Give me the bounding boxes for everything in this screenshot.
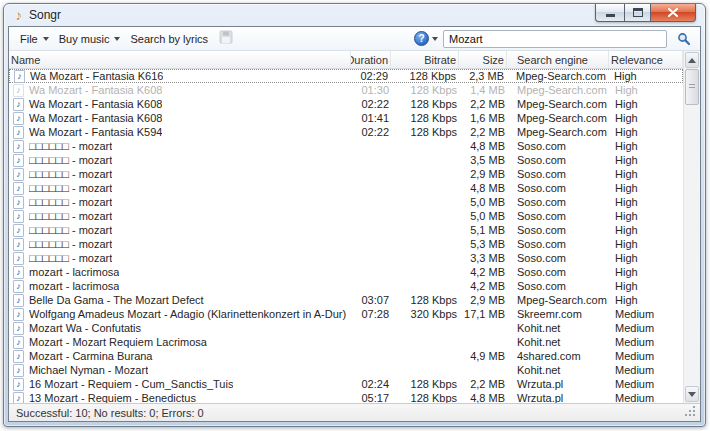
scrollbar-thumb[interactable]	[685, 69, 699, 105]
scrollbar-track[interactable]	[684, 105, 700, 385]
cell-name: ♪Mozart - Mozart Requiem Lacrimosa	[9, 336, 351, 349]
cell-relevance: Medium	[609, 392, 683, 403]
column-header-search-engine[interactable]: Search engine	[507, 51, 609, 68]
table-row[interactable]: ♪Michael Nyman - MozartKohit.netMedium	[9, 363, 683, 377]
table-row[interactable]: ♪Mozart Wa - ConfutatisKohit.netMedium	[9, 321, 683, 335]
column-header-bitrate[interactable]: Bitrate	[391, 51, 459, 68]
cell-relevance: High	[609, 126, 683, 138]
cell-name: ♪□□□□□□ - mozart	[9, 238, 351, 251]
cell-name: ♪□□□□□□ - mozart	[9, 252, 351, 265]
music-note-file-icon: ♪	[13, 84, 24, 97]
maximize-button[interactable]	[624, 4, 651, 22]
caption-buttons	[595, 4, 696, 22]
buy-music-label: Buy music	[59, 33, 110, 45]
resize-grip[interactable]	[685, 406, 697, 418]
window-title: Songr	[29, 8, 61, 22]
song-name: □□□□□□ - mozart	[29, 196, 112, 208]
table-row[interactable]: ♪Wolfgang Amadeus Mozart - Adagio (Klari…	[9, 307, 683, 321]
table-row[interactable]: ♪□□□□□□ - mozart4,8 MBSoso.comHigh	[9, 181, 683, 195]
title-bar[interactable]: ♪ Songr	[4, 4, 705, 26]
cell-engine: Soso.com	[507, 224, 609, 236]
song-name: Wa Mozart - Fantasia K594	[29, 126, 162, 138]
music-note-file-icon: ♪	[13, 378, 24, 391]
cell-relevance: High	[609, 196, 683, 208]
table-row[interactable]: ♪13 Mozart - Requiem - Benedictus05:1712…	[9, 391, 683, 403]
table-row[interactable]: ♪□□□□□□ - mozart3,5 MBSoso.comHigh	[9, 153, 683, 167]
table-row[interactable]: ♪□□□□□□ - mozart4,8 MBSoso.comHigh	[9, 139, 683, 153]
cell-duration: 01:30	[351, 84, 391, 96]
cell-size: 1,4 MB	[459, 84, 507, 96]
file-menu[interactable]: File	[15, 30, 54, 48]
table-row[interactable]: ♪mozart - lacrimosa4,2 MBSoso.comHigh	[9, 279, 683, 293]
cell-engine: Soso.com	[507, 266, 609, 278]
vertical-scrollbar[interactable]	[683, 51, 700, 403]
chevron-down-icon	[432, 37, 438, 41]
column-header-relevance[interactable]: Relevance	[609, 51, 683, 68]
music-note-file-icon: ♪	[13, 266, 24, 279]
cell-engine: Mpeg-Search.com	[507, 294, 609, 306]
cell-name: ♪16 Mozart - Requiem - Cum_Sanctis_Tuis	[9, 378, 351, 391]
cell-duration: 02:24	[351, 378, 391, 390]
cell-engine: Soso.com	[507, 252, 609, 264]
table-row[interactable]: ♪Mozart - Mozart Requiem LacrimosaKohit.…	[9, 335, 683, 349]
cell-relevance: Medium	[609, 322, 683, 334]
table-row[interactable]: ♪□□□□□□ - mozart2,9 MBSoso.comHigh	[9, 167, 683, 181]
table-row[interactable]: ♪□□□□□□ - mozart5,0 MBSoso.comHigh	[9, 209, 683, 223]
cell-name: ♪Wa Mozart - Fantasia K594	[9, 126, 351, 139]
client-area: File Buy music Search by lyrics ?	[8, 26, 701, 422]
table-row[interactable]: ♪Wa Mozart - Fantasia K59402:22128 Kbps2…	[9, 125, 683, 139]
song-name: Mozart Wa - Confutatis	[29, 322, 141, 334]
cell-engine: Soso.com	[507, 154, 609, 166]
cell-size: 4,2 MB	[459, 280, 507, 292]
magnifier-icon	[677, 32, 691, 46]
close-button[interactable]	[651, 4, 696, 22]
scroll-down-button[interactable]	[685, 386, 699, 402]
cell-name: ♪Wa Mozart - Fantasia K608	[9, 112, 351, 125]
table-row[interactable]: ♪Belle Da Gama - The Mozart Defect03:071…	[9, 293, 683, 307]
table-row[interactable]: ♪16 Mozart - Requiem - Cum_Sanctis_Tuis0…	[9, 377, 683, 391]
cell-size: 5,0 MB	[459, 196, 507, 208]
song-name: Wa Mozart - Fantasia K608	[29, 84, 162, 96]
cell-engine: Soso.com	[507, 238, 609, 250]
cell-name: ♪Wolfgang Amadeus Mozart - Adagio (Klari…	[9, 308, 351, 321]
cell-size: 2,2 MB	[459, 126, 507, 138]
status-bar: Successful: 10; No results: 0; Errors: 0	[9, 403, 700, 421]
buy-music-menu[interactable]: Buy music	[54, 30, 126, 48]
search-button[interactable]	[674, 30, 694, 48]
column-header-duration[interactable]: Duration	[351, 51, 391, 68]
cell-size: 4,8 MB	[459, 140, 507, 152]
arrow-up-icon	[688, 58, 696, 63]
cell-relevance: High	[609, 168, 683, 180]
song-name: □□□□□□ - mozart	[29, 224, 112, 236]
cell-name: ♪□□□□□□ - mozart	[9, 168, 351, 181]
cell-engine: Mpeg-Search.com	[507, 98, 609, 110]
cell-duration: 05:17	[351, 392, 391, 403]
cell-engine: Soso.com	[507, 182, 609, 194]
table-row[interactable]: ♪□□□□□□ - mozart5,3 MBSoso.comHigh	[9, 237, 683, 251]
close-icon	[668, 8, 678, 17]
search-by-lyrics-button[interactable]: Search by lyrics	[125, 30, 213, 48]
arrow-down-icon	[688, 392, 696, 397]
table-row[interactable]: ♪Mozart - Carmina Burana4,9 MB4shared.co…	[9, 349, 683, 363]
cell-size: 4,8 MB	[459, 392, 507, 403]
scroll-up-button[interactable]	[685, 52, 699, 68]
table-row[interactable]: ♪Wa Mozart - Fantasia K60802:22128 Kbps2…	[9, 97, 683, 111]
table-row[interactable]: ♪□□□□□□ - mozart5,0 MBSoso.comHigh	[9, 195, 683, 209]
column-header-size[interactable]: Size	[459, 51, 507, 68]
table-row[interactable]: ♪□□□□□□ - mozart3,3 MBSoso.comHigh	[9, 251, 683, 265]
table-row[interactable]: ♪Wa Mozart - Fantasia K60801:41128 Kbps1…	[9, 111, 683, 125]
table-row[interactable]: ♪Wa Mozart - Fantasia K60801:30128 Kbps1…	[9, 83, 683, 97]
song-name: Wa Mozart - Fantasia K608	[29, 98, 162, 110]
cell-relevance: High	[609, 238, 683, 250]
table-row[interactable]: ♪Wa Mozart - Fantasia K61602:29128 Kbps2…	[9, 69, 683, 83]
music-note-file-icon: ♪	[13, 168, 24, 181]
save-icon[interactable]	[219, 30, 233, 48]
search-input[interactable]	[443, 30, 667, 48]
help-button[interactable]: ?	[414, 31, 438, 46]
column-header-name[interactable]: Name	[9, 51, 351, 68]
table-row[interactable]: ♪mozart - lacrimosa4,2 MBSoso.comHigh	[9, 265, 683, 279]
table-row[interactable]: ♪□□□□□□ - mozart5,1 MBSoso.comHigh	[9, 223, 683, 237]
cell-name: ♪Wa Mozart - Fantasia K616	[10, 70, 350, 83]
cell-name: ♪Belle Da Gama - The Mozart Defect	[9, 294, 351, 307]
minimize-button[interactable]	[595, 4, 624, 22]
